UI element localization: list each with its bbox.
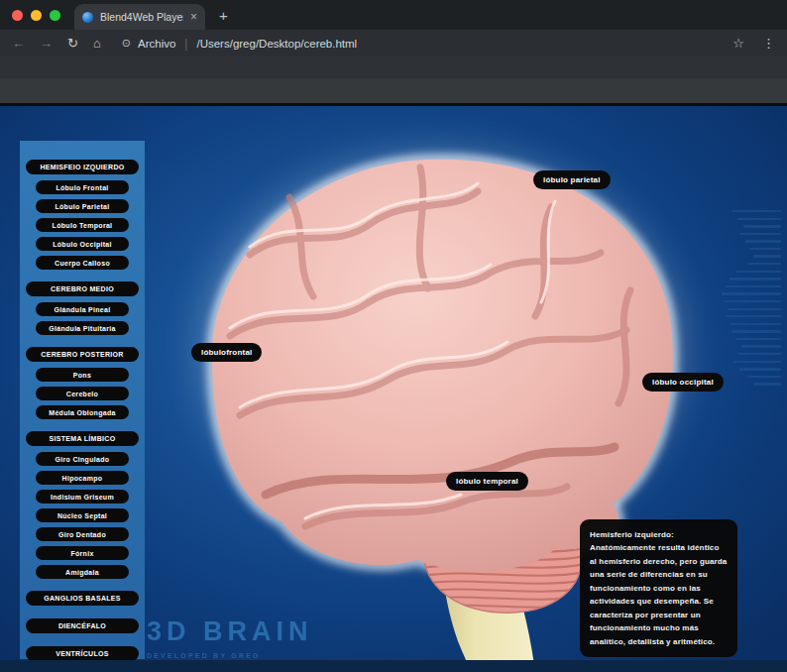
decorative-line bbox=[726, 315, 781, 317]
brain-annotation-label[interactable]: lóbulo parietal bbox=[533, 170, 611, 189]
decorative-line bbox=[737, 218, 781, 220]
decorative-line bbox=[741, 345, 781, 347]
decorative-line bbox=[747, 376, 781, 378]
sidebar-button[interactable]: Hipocampo bbox=[36, 471, 129, 485]
decorative-line bbox=[733, 361, 781, 363]
brain-annotation-label[interactable]: lóbulo temporal bbox=[446, 472, 528, 491]
sidebar-button[interactable]: Cuerpo Calloso bbox=[36, 256, 129, 270]
browser-toolbar: ← → ↻ ⌂ ⊙ Archivo | /Users/greg/Desktop/… bbox=[0, 30, 787, 56]
close-tab-icon[interactable]: × bbox=[190, 11, 197, 23]
decorative-line bbox=[735, 271, 781, 273]
sidebar-button[interactable]: HEMISFEIO IZQUIERDO bbox=[26, 160, 139, 174]
sidebar-button[interactable]: CEREBRO POSTERIOR bbox=[26, 347, 139, 362]
decorative-line bbox=[753, 383, 781, 385]
sidebar-button[interactable]: Lóbulo Frontal bbox=[36, 180, 129, 194]
sidebar-button[interactable]: Pons bbox=[36, 368, 129, 382]
sidebar-button[interactable]: Lóbulo Temporal bbox=[36, 218, 129, 232]
sidebar-button[interactable]: VENTRÍCULOS bbox=[26, 646, 139, 661]
sidebar-button[interactable]: Cerebelo bbox=[36, 387, 129, 400]
sidebar-button[interactable]: Fórnix bbox=[36, 546, 129, 560]
decorative-line bbox=[724, 300, 781, 302]
sidebar-button[interactable]: Núcleo Septal bbox=[36, 508, 129, 522]
decorative-line bbox=[743, 225, 781, 227]
sidebar-button[interactable]: Giro Dentado bbox=[36, 527, 129, 541]
zoom-window-button[interactable] bbox=[50, 10, 60, 21]
page-top-dark-strip bbox=[0, 78, 787, 103]
sidebar-button[interactable]: Glándula Pituitaria bbox=[36, 321, 129, 335]
decorative-line bbox=[728, 308, 781, 310]
tab-title: Blend4Web Player bbox=[100, 11, 183, 23]
decorative-line bbox=[730, 323, 781, 325]
minimize-window-button[interactable] bbox=[31, 10, 42, 21]
decorative-line bbox=[726, 285, 781, 287]
decorative-line bbox=[730, 278, 781, 280]
home-icon[interactable]: ⌂ bbox=[93, 37, 101, 50]
cerebrum bbox=[212, 160, 673, 572]
decorative-text-lines bbox=[720, 210, 781, 391]
decorative-line bbox=[735, 338, 781, 340]
menu-kebab-icon[interactable]: ⋮ bbox=[762, 36, 775, 51]
decorative-line bbox=[731, 330, 781, 332]
decorative-line bbox=[739, 368, 781, 370]
window-controls bbox=[0, 10, 74, 30]
tab-favicon-icon bbox=[82, 12, 93, 23]
decorative-line bbox=[737, 353, 781, 355]
browser-tab[interactable]: Blend4Web Player × bbox=[74, 4, 205, 30]
brain-annotation-label[interactable]: lóbulofrontal bbox=[191, 343, 262, 362]
blend4web-page: HEMISFEIO IZQUIERDO Lóbulo Frontal Lóbul… bbox=[0, 106, 787, 672]
back-icon[interactable]: ← bbox=[12, 37, 25, 50]
sidebar-button[interactable]: SISTEMA LÍMBICO bbox=[26, 431, 139, 446]
sidebar-button[interactable]: Indisium Griseum bbox=[36, 490, 129, 504]
address-bar[interactable]: ⊙ Archivo | /Users/greg/Desktop/cereb.ht… bbox=[116, 37, 724, 51]
sidebar-menu: HEMISFEIO IZQUIERDO Lóbulo Frontal Lóbul… bbox=[20, 141, 145, 659]
sidebar-button[interactable]: Lóbulo Parietal bbox=[36, 199, 129, 213]
decorative-line bbox=[753, 255, 781, 257]
sidebar-button[interactable]: Glándula Pineal bbox=[36, 302, 129, 316]
reload-icon[interactable]: ↻ bbox=[67, 37, 78, 50]
sidebar-button[interactable]: CEREBRO MEDIO bbox=[26, 281, 139, 296]
decorative-line bbox=[745, 240, 781, 242]
tab-strip: Blend4Web Player × + bbox=[0, 0, 787, 30]
brain-annotation-label[interactable]: lóbulo occipital bbox=[642, 373, 724, 392]
new-tab-button[interactable]: + bbox=[219, 7, 228, 24]
sidebar-button[interactable]: Lóbulo Occipital bbox=[36, 237, 129, 251]
file-protocol-icon: ⊙ bbox=[122, 37, 131, 50]
decorative-line bbox=[747, 263, 781, 265]
sidebar-button[interactable]: DIENCÉFALO bbox=[26, 618, 139, 633]
sidebar-button[interactable]: GANGLIOS BASALES bbox=[26, 591, 139, 606]
decorative-line bbox=[722, 292, 781, 294]
close-window-button[interactable] bbox=[12, 10, 23, 21]
decorative-line bbox=[731, 210, 781, 212]
bookmarks-bar-empty bbox=[0, 56, 787, 78]
address-scheme-label: Archivo bbox=[138, 38, 175, 50]
forward-icon[interactable]: → bbox=[40, 37, 53, 50]
address-separator: | bbox=[184, 37, 187, 51]
sidebar-button[interactable]: Giro Cingulado bbox=[36, 452, 129, 466]
bookmark-star-icon[interactable]: ☆ bbox=[732, 36, 744, 51]
address-url: /Users/greg/Desktop/cereb.html bbox=[196, 38, 357, 50]
hemisphere-info-box: Hemisferio izquierdo: Anatómicamente res… bbox=[580, 519, 737, 657]
decorative-line bbox=[749, 248, 781, 250]
sidebar-button[interactable]: Médula Oblongada bbox=[36, 405, 129, 419]
decorative-line bbox=[739, 233, 781, 235]
sidebar-button[interactable]: Amígdala bbox=[36, 565, 129, 579]
page-bottom-strip bbox=[0, 660, 787, 672]
